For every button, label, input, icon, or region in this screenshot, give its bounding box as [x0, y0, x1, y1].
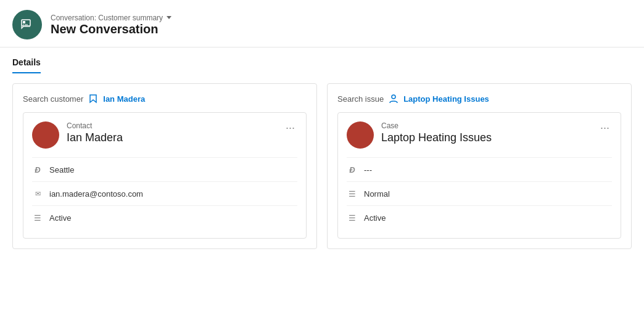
issue-priority-icon: ☰	[347, 188, 358, 199]
issue-status-icon: ☰	[347, 212, 358, 223]
issue-priority: Normal	[364, 189, 390, 199]
issue-card-header: Case Laptop Heating Issues ···	[347, 121, 612, 149]
customer-search-label: Search customer	[23, 94, 83, 104]
issue-detail-1-value: ---	[364, 165, 372, 174]
customer-search-value[interactable]: Ian Madera	[103, 94, 145, 104]
header-text: Conversation: Customer summary New Conve…	[51, 14, 171, 36]
issue-location-icon: Ð	[347, 164, 358, 175]
location-icon: Ð	[32, 164, 43, 175]
issue-search-row: Search issue Laptop Heating Issues	[337, 94, 621, 104]
issue-search-label: Search issue	[337, 94, 384, 104]
header: Conversation: Customer summary New Conve…	[0, 0, 644, 47]
customer-avatar	[32, 121, 59, 149]
issue-more-button[interactable]: ···	[598, 121, 612, 134]
header-subtitle[interactable]: Conversation: Customer summary	[51, 14, 171, 22]
svg-rect-1	[23, 21, 25, 23]
header-subtitle-text: Conversation: Customer summary	[51, 14, 163, 22]
customer-email: ian.madera@contoso.com	[49, 189, 143, 199]
issue-search-value[interactable]: Laptop Heating Issues	[403, 94, 489, 104]
customer-card: Contact Ian Madera ··· Ð Seattle ✉ ian.m…	[23, 112, 307, 239]
issue-avatar	[347, 121, 374, 149]
content-area: Search customer Ian Madera Contact Ian M…	[0, 73, 644, 259]
customer-detail-status: ☰ Active	[32, 205, 297, 229]
header-title: New Conversation	[51, 22, 171, 36]
issue-card: Case Laptop Heating Issues ··· Ð --- ☰ N…	[337, 112, 621, 239]
tab-details[interactable]: Details	[12, 57, 41, 73]
issue-detail-status: ☰ Active	[347, 205, 612, 229]
customer-detail-email: ✉ ian.madera@contoso.com	[32, 181, 297, 205]
customer-card-type: Contact	[67, 121, 283, 130]
customer-detail-location: Ð Seattle	[32, 157, 297, 181]
conversation-icon	[20, 17, 35, 32]
tabs-bar: Details	[0, 47, 644, 73]
customer-title-block: Contact Ian Madera	[67, 121, 283, 144]
issue-card-name: Laptop Heating Issues	[381, 131, 598, 144]
bookmark-icon	[88, 94, 98, 104]
issue-detail-priority: ☰ Normal	[347, 181, 612, 205]
customer-search-icon[interactable]	[88, 94, 98, 104]
chevron-down-icon[interactable]	[167, 16, 171, 19]
issue-panel: Search issue Laptop Heating Issues Case …	[327, 83, 632, 249]
person-icon	[389, 94, 398, 104]
customer-card-header: Contact Ian Madera ···	[32, 121, 297, 149]
customer-card-details: Ð Seattle ✉ ian.madera@contoso.com ☰ Act…	[32, 157, 297, 229]
svg-point-4	[392, 95, 395, 99]
status-icon: ☰	[32, 212, 43, 223]
issue-card-details: Ð --- ☰ Normal ☰ Active	[347, 157, 612, 229]
customer-search-row: Search customer Ian Madera	[23, 94, 307, 104]
issue-title-block: Case Laptop Heating Issues	[381, 121, 598, 144]
issue-search-icon[interactable]	[389, 94, 398, 104]
issue-detail-1: Ð ---	[347, 157, 612, 181]
svg-rect-2	[23, 25, 24, 25]
customer-panel: Search customer Ian Madera Contact Ian M…	[12, 83, 317, 249]
customer-card-name: Ian Madera	[67, 131, 283, 144]
customer-status: Active	[49, 213, 71, 223]
customer-more-button[interactable]: ···	[283, 121, 297, 134]
issue-status: Active	[364, 213, 386, 223]
customer-location: Seattle	[49, 165, 74, 174]
issue-card-type: Case	[381, 121, 598, 130]
header-icon	[12, 10, 42, 39]
email-icon: ✉	[32, 188, 43, 199]
